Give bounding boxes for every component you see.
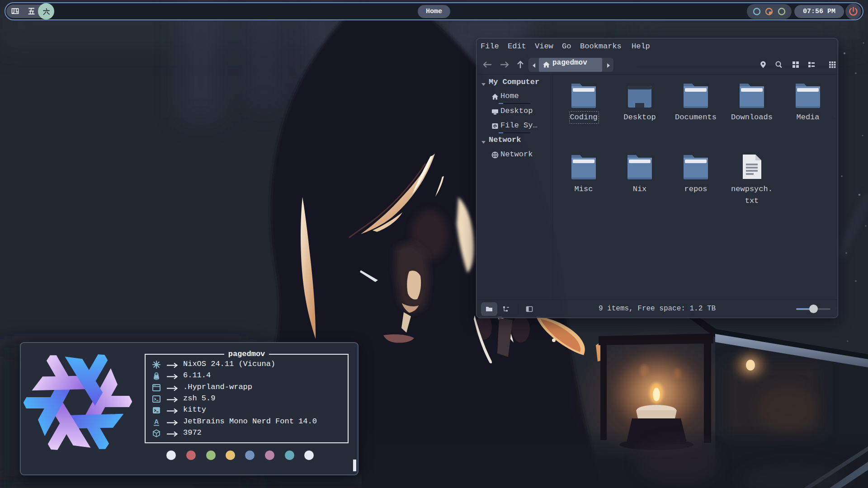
svg-text:A: A (154, 418, 159, 425)
